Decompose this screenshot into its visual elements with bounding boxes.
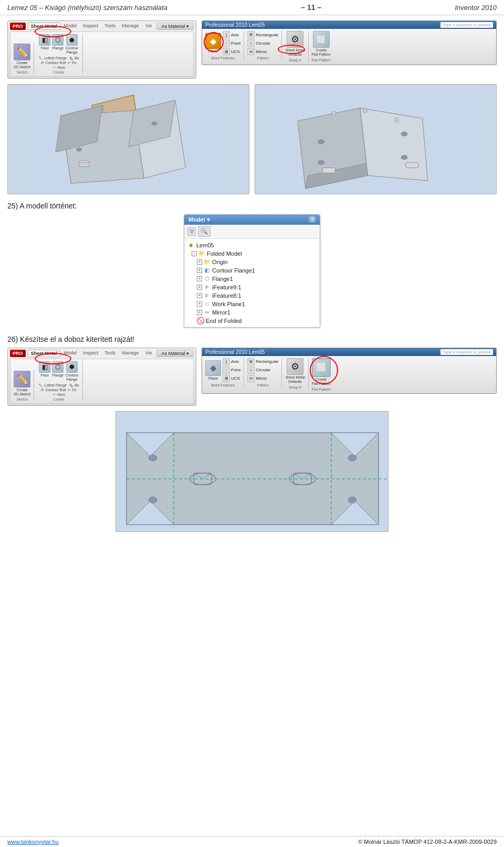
sheet-metal-defaults-icon[interactable]: ⚙ [287, 31, 303, 48]
tools-tab[interactable]: Tools [102, 23, 118, 30]
search-tree-icon[interactable]: 🔍 [198, 226, 211, 237]
lem05-icon: ◆ [187, 242, 195, 249]
axis-label: Axis [231, 33, 239, 37]
flat-pattern-svg [116, 412, 388, 532]
origin-label: Origin [212, 259, 227, 265]
ribbon-title: Professional 2010 Lem05 [205, 22, 265, 28]
svg-point-25 [394, 118, 398, 122]
pro-button[interactable]: PRO [10, 23, 26, 30]
mirror-icon-2[interactable]: ⇔ [247, 375, 255, 382]
tree-item-flange1[interactable]: + ⬡ Flange1 [186, 275, 318, 283]
mirror-icon[interactable]: ⇔ [247, 48, 255, 55]
sheet-metal-tab[interactable]: Sheet Metal [28, 23, 60, 30]
section26-label: 26) Készítse el a doboz kiterített rajzá… [7, 335, 497, 343]
page-footer: www.tankonyvtar.hu © Molnár László TÁMOP… [0, 836, 504, 847]
plane-icon[interactable]: ◆ [205, 33, 221, 49]
manage-tab[interactable]: Manage [119, 23, 142, 30]
work-features-label: Work Features [211, 56, 235, 60]
create-flat-pattern-icon[interactable]: ⬜ [313, 31, 330, 48]
point-icon-2[interactable]: · [223, 367, 230, 374]
axis-icon-2[interactable]: | [223, 358, 230, 365]
vie-tab[interactable]: Vie [143, 23, 155, 30]
section25-label: 25) A modell történet: [7, 202, 497, 210]
mirror1-expand[interactable]: + [197, 310, 202, 315]
ifeature8-icon: iF [203, 292, 211, 299]
flange1-expand[interactable]: + [197, 276, 202, 281]
folded-model-expand[interactable]: – [192, 251, 197, 256]
ucs-label: UCS [231, 49, 240, 54]
flange1-icon: ⬡ [203, 275, 211, 283]
help-icon[interactable]: ? [309, 216, 316, 223]
ribbon-title-2: Professional 2010 Lem05 [205, 349, 265, 355]
model-tab[interactable]: Model [61, 23, 80, 30]
model-tree-body: ◆ Lem05 – 📁 Folded Model + 📁 Origin [184, 239, 320, 327]
vie-tab-2[interactable]: Vie [143, 350, 155, 357]
filter-icon[interactable]: ▽ [187, 227, 196, 236]
pro-button-2[interactable]: PRO [10, 350, 26, 357]
model-tab-2[interactable]: Model [61, 350, 80, 357]
as-material-dropdown[interactable]: As Material ▾ [156, 23, 194, 30]
inspect-tab-2[interactable]: Inspect [80, 350, 101, 357]
origin-icon: 📁 [203, 258, 211, 266]
svg-point-9 [76, 148, 81, 151]
tree-item-ifeature9[interactable]: + iF iFeature9:1 [186, 283, 318, 291]
work-plane1-icon: ▭ [203, 300, 211, 308]
ucs-icon[interactable]: ⊞ [223, 48, 230, 55]
ribbon-row-top: PRO Sheet Metal Model Inspect Tools Mana… [7, 20, 497, 79]
work-plane1-label: Work Plane1 [212, 301, 245, 307]
setup-label-2: Setup ▾ [289, 385, 301, 390]
circular-icon[interactable]: ○ [247, 39, 255, 47]
point-icon[interactable]: · [223, 39, 230, 47]
folded-model-label: Folded Model [207, 250, 242, 257]
manage-tab-2[interactable]: Manage [119, 350, 142, 357]
svg-point-43 [149, 455, 157, 461]
ribbon-row-bottom: PRO Sheet Metal Model Inspect Tools Mana… [7, 348, 497, 406]
search-box-2[interactable]: Type a keyword or phrase [440, 349, 493, 355]
as-material-dropdown-2[interactable]: As Material ▾ [156, 350, 194, 357]
flat-pattern-label: Flat Pattern [312, 58, 331, 62]
mirror-label-2: Mirror [256, 376, 267, 381]
svg-rect-22 [406, 162, 418, 168]
ifeature8-label: iFeature8:1 [212, 292, 242, 299]
ribbon-left-2: PRO Sheet Metal Model Inspect Tools Mana… [7, 348, 196, 406]
tools-tab-2[interactable]: Tools [102, 350, 118, 357]
model-tree-title: Model ▾ [188, 216, 210, 223]
tree-item-folded-model[interactable]: – 📁 Folded Model [186, 249, 318, 258]
circular-icon-2[interactable]: ○ [247, 367, 255, 374]
ribbon-right-1: Professional 2010 Lem05 Type a keyword o… [202, 20, 497, 79]
ucs-icon-2[interactable]: ⊞ [223, 375, 230, 382]
tree-item-end-of-folded: 🚫 End of Folded [186, 317, 318, 325]
ifeature8-expand[interactable]: + [197, 293, 202, 298]
rectangular-icon-2[interactable]: ⊞ [247, 358, 255, 365]
folded-model-icon: 📁 [198, 250, 205, 257]
svg-point-23 [332, 111, 336, 115]
circular-label: Circular [256, 41, 270, 46]
tree-item-origin[interactable]: + 📁 Origin [186, 258, 318, 266]
origin-expand[interactable]: + [197, 259, 202, 265]
tree-item-work-plane1[interactable]: + ▭ Work Plane1 [186, 300, 318, 308]
pattern-label-2: Pattern [257, 383, 269, 387]
tree-item-mirror1[interactable]: + ⇔ Mirror1 [186, 308, 318, 317]
axis-icon[interactable]: | [223, 31, 230, 38]
footer-link[interactable]: www.tankonyvtar.hu [7, 839, 59, 845]
contour-flange1-expand[interactable]: + [197, 268, 202, 273]
mirror-label: Mirror [256, 49, 267, 54]
ifeature9-expand[interactable]: + [197, 285, 202, 290]
work-plane1-expand[interactable]: + [197, 301, 202, 307]
contour-flange1-label: Contour Flange1 [212, 267, 255, 274]
tree-item-lem05[interactable]: ◆ Lem05 [186, 241, 318, 249]
end-of-folded-label: End of Folded [206, 318, 242, 324]
header-center: – 11 – [301, 3, 321, 12]
sheet-metal-tab-2[interactable]: Sheet Metal [28, 350, 60, 357]
inspect-tab[interactable]: Inspect [80, 23, 101, 30]
svg-point-44 [149, 497, 157, 503]
plane-icon-2[interactable]: ◆ [205, 360, 221, 376]
sheet-metal-defaults-icon-2[interactable]: ⚙ [287, 358, 303, 375]
tree-item-ifeature8[interactable]: + iF iFeature8:1 [186, 291, 318, 300]
tree-item-contour-flange1[interactable]: + ◧ Contour Flange1 [186, 266, 318, 275]
rectangular-icon[interactable]: ⊞ [247, 31, 255, 38]
model-tree-header: Model ▾ ? [184, 215, 320, 225]
search-box[interactable]: Type a keyword or phrase [440, 22, 493, 28]
create-flat-pattern-icon-2[interactable]: ⬜ [312, 358, 331, 377]
svg-point-16 [318, 160, 324, 164]
